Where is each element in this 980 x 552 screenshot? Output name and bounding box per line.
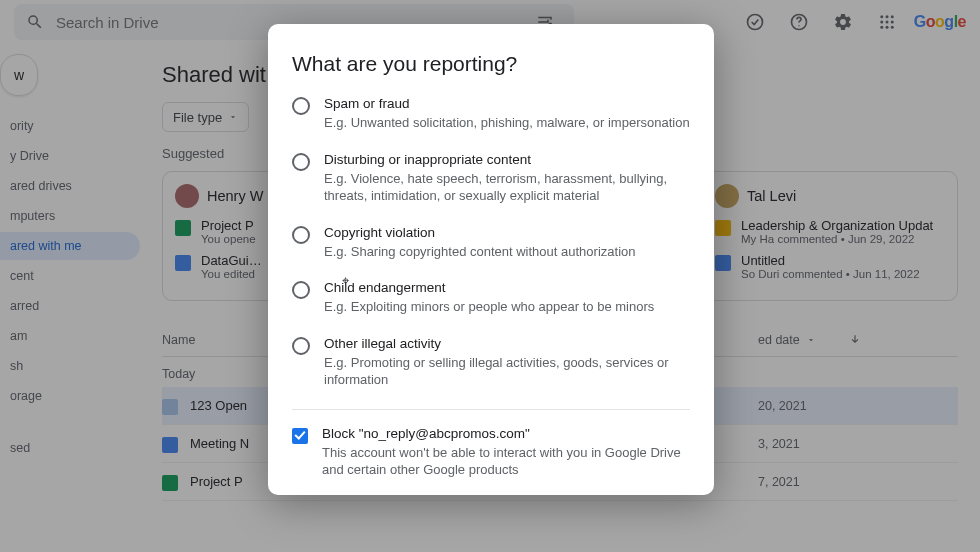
checkbox-checked-icon[interactable]	[292, 428, 308, 444]
option-spam[interactable]: Spam or fraudE.g. Unwanted solicitation,…	[292, 96, 690, 132]
radio-icon	[292, 281, 310, 299]
block-sender-row[interactable]: Block "no_reply@abcpromos.com"This accou…	[292, 426, 690, 479]
divider	[292, 409, 690, 410]
report-dialog: What are you reporting? Spam or fraudE.g…	[268, 24, 714, 495]
option-other-illegal[interactable]: Other illegal activityE.g. Promoting or …	[292, 336, 690, 389]
radio-icon	[292, 97, 310, 115]
dialog-title: What are you reporting?	[292, 52, 690, 76]
radio-icon	[292, 337, 310, 355]
radio-icon	[292, 226, 310, 244]
option-copyright[interactable]: Copyright violationE.g. Sharing copyrigh…	[292, 225, 690, 261]
option-child[interactable]: Child endangermentE.g. Exploiting minors…	[292, 280, 690, 316]
radio-icon	[292, 153, 310, 171]
option-inappropriate[interactable]: Disturbing or inappropriate contentE.g. …	[292, 152, 690, 205]
